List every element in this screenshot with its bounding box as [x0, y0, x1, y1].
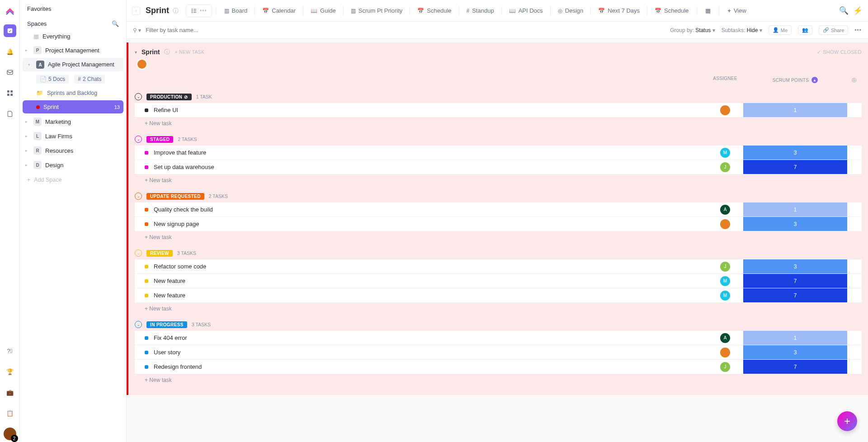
task-row[interactable]: Improve that feature M 3	[135, 146, 862, 160]
share-button[interactable]: 🔗Share	[819, 25, 848, 35]
status-label[interactable]: PRODUCTION ⊘	[146, 94, 192, 100]
trophy-icon[interactable]: 🏆	[4, 365, 16, 378]
points-cell[interactable]: 7	[743, 274, 847, 288]
points-cell[interactable]: 3	[743, 345, 847, 359]
add-view-button[interactable]: +View	[723, 5, 751, 17]
assignee-cell[interactable]: J	[707, 262, 743, 272]
task-row[interactable]: Redesign frontend J 7	[135, 360, 862, 374]
new-task-button[interactable]: + NEW TASK	[175, 49, 204, 55]
space-project-management[interactable]: ▸ P Project Management	[20, 43, 126, 57]
view-tab-schedule[interactable]: 📅Schedule	[413, 5, 456, 17]
subtasks-selector[interactable]: Subtasks: Hide ▾	[722, 27, 762, 33]
filter-icon[interactable]: ⚲ ▾	[133, 27, 141, 33]
assignee-cell[interactable]: M	[707, 291, 743, 301]
new-task-button[interactable]: + New task	[135, 118, 862, 129]
filter-input[interactable]	[146, 27, 236, 33]
status-label[interactable]: STAGED	[146, 136, 173, 143]
task-row[interactable]: New feature M 7	[135, 274, 862, 288]
assignee-avatar[interactable]	[720, 105, 730, 115]
more-icon[interactable]: •••	[854, 27, 862, 33]
clipboard-icon[interactable]: 📋	[4, 407, 16, 419]
assignee-cell[interactable]	[707, 105, 743, 115]
col-points[interactable]: SCRUM POINTS▲	[743, 76, 847, 84]
favorites-header[interactable]: Favorites	[20, 0, 126, 15]
assignee-avatar[interactable]: J	[720, 362, 730, 372]
view-tab-standup[interactable]: #Standup	[462, 5, 499, 17]
docs-icon[interactable]	[4, 108, 16, 120]
task-row[interactable]: Refine UI 1	[135, 103, 862, 118]
points-cell[interactable]: 1	[743, 202, 847, 216]
view-tab-api-docs[interactable]: 📖API Docs	[505, 5, 547, 17]
assignee-cell[interactable]: M	[707, 276, 743, 286]
task-row[interactable]: Quality check the build A 1	[135, 202, 862, 217]
info-icon[interactable]: ⓘ	[164, 48, 170, 56]
new-task-button[interactable]: + New task	[135, 174, 862, 186]
assignee-cell[interactable]	[707, 219, 743, 229]
group-by-selector[interactable]: Group by: Status ▾	[670, 27, 715, 33]
assignee-avatar[interactable]: J	[720, 262, 730, 272]
automations-icon[interactable]: ⚡	[853, 6, 863, 15]
inbox-icon[interactable]	[4, 66, 16, 79]
assignee-cell[interactable]: A	[707, 333, 743, 343]
more-icon[interactable]: •••	[200, 8, 207, 14]
docs-chip[interactable]: 📄5 Docs	[36, 75, 69, 84]
view-switcher-button[interactable]: ▦	[701, 5, 715, 17]
points-cell[interactable]: 1	[743, 103, 847, 117]
new-task-button[interactable]: + New task	[135, 374, 862, 386]
task-row[interactable]: User story 3	[135, 345, 862, 360]
assignee-avatar[interactable]: M	[720, 276, 730, 286]
collapse-icon[interactable]: ⌄	[135, 249, 142, 257]
assignee-cell[interactable]: M	[707, 148, 743, 158]
points-cell[interactable]: 3	[743, 259, 847, 273]
status-label[interactable]: REVIEW	[146, 250, 173, 257]
assignee-cell[interactable]: J	[707, 162, 743, 172]
task-row[interactable]: New feature M 7	[135, 288, 862, 303]
quick-create-fab[interactable]: +	[837, 411, 857, 431]
col-assignee[interactable]: ASSIGNEE	[707, 76, 743, 84]
points-cell[interactable]: 7	[743, 360, 847, 374]
status-label[interactable]: UPDATE REQUESTED	[146, 193, 204, 200]
search-icon[interactable]: 🔍	[839, 6, 849, 15]
show-closed-button[interactable]: ✓SHOW CLOSED	[817, 49, 862, 55]
chats-chip[interactable]: #2 Chats	[74, 75, 105, 84]
assignee-cell[interactable]: A	[707, 205, 743, 215]
apps-icon[interactable]	[4, 87, 16, 99]
assignee-avatar[interactable]: M	[720, 148, 730, 158]
app-logo[interactable]	[5, 5, 15, 16]
assignees-button[interactable]: 👥	[798, 25, 812, 35]
me-filter-button[interactable]: 👤Me	[769, 25, 792, 35]
points-cell[interactable]: 1	[743, 331, 847, 345]
folder-sprints-backlog[interactable]: 📁 Sprints and Backlog	[20, 86, 126, 99]
space-law-firms[interactable]: ▸ L Law Firms	[20, 129, 126, 143]
space-design[interactable]: ▸ D Design	[20, 158, 126, 172]
collapse-icon[interactable]: ⌄	[135, 136, 142, 143]
notifications-icon[interactable]: 🔔	[4, 45, 16, 58]
task-row[interactable]: Set up data warehouse J 7	[135, 160, 862, 174]
view-tab-scrum-pt-priority[interactable]: ▥Scrum Pt Priority	[346, 5, 407, 17]
collapse-sidebar-button[interactable]: ‹	[132, 7, 140, 15]
assignee-avatar[interactable]: J	[720, 162, 730, 172]
info-icon[interactable]: ⓘ	[173, 7, 179, 15]
task-row[interactable]: New signup page 3	[135, 217, 862, 231]
assignee-avatar[interactable]	[720, 219, 730, 229]
help-icon[interactable]: ?⃝	[4, 344, 16, 357]
view-tab-calendar[interactable]: 📅Calendar	[258, 5, 300, 17]
search-icon[interactable]: 🔍	[112, 20, 119, 27]
task-row[interactable]: Refactor some code J 3	[135, 259, 862, 274]
view-tab-guide[interactable]: 📖Guide	[306, 5, 340, 17]
points-cell[interactable]: 7	[743, 288, 847, 302]
task-row[interactable]: Fix 404 error A 1	[135, 331, 862, 345]
space-agile[interactable]: ▾ A Agile Project Management	[23, 58, 123, 71]
everything-item[interactable]: ▦ Everything	[20, 30, 126, 43]
collapse-icon[interactable]: ⌄	[135, 321, 142, 328]
points-cell[interactable]: 7	[743, 160, 847, 174]
add-column-button[interactable]: ⊕	[847, 76, 862, 84]
assignee-avatar[interactable]: A	[720, 333, 730, 343]
view-tab-board[interactable]: ▥Board	[220, 5, 252, 17]
assignee-avatar[interactable]: M	[720, 291, 730, 301]
list-sprint[interactable]: Sprint 13	[23, 100, 123, 113]
assignee-cell[interactable]: J	[707, 362, 743, 372]
view-tab-schedule[interactable]: 📅Schedule	[650, 5, 693, 17]
view-tab-design[interactable]: ◎Design	[553, 5, 588, 17]
space-marketing[interactable]: ▸ M Marketing	[20, 114, 126, 129]
